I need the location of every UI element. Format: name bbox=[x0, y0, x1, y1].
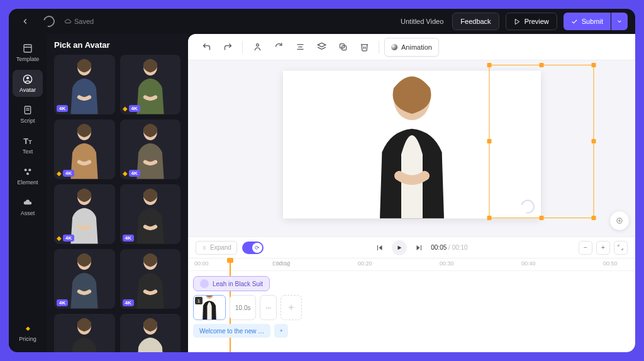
prev-button[interactable] bbox=[374, 242, 386, 253]
time-control-bar: Expand ⟳ 00:05 / 00:10 − + bbox=[188, 236, 635, 258]
svg-point-21 bbox=[256, 44, 258, 47]
align-button[interactable] bbox=[291, 38, 309, 57]
svg-marker-0 bbox=[515, 19, 519, 24]
play-button[interactable] bbox=[392, 240, 407, 255]
premium-badge: ◆4K bbox=[57, 235, 74, 242]
zoom-fab[interactable] bbox=[610, 211, 629, 230]
ruler[interactable]: 00:0000:1000:2000:3000:4000:50 bbox=[188, 258, 635, 271]
handle-e[interactable] bbox=[592, 139, 596, 143]
script-chip[interactable]: Welcome to the new … bbox=[193, 324, 270, 338]
svg-point-31 bbox=[617, 218, 622, 223]
avatar-card[interactable]: 4K bbox=[54, 55, 115, 114]
canvas-area[interactable] bbox=[188, 60, 635, 236]
layers-button[interactable] bbox=[312, 38, 331, 57]
preview-button[interactable]: Preview bbox=[506, 13, 557, 30]
avatar-card[interactable]: 4K bbox=[120, 184, 181, 244]
svg-point-4 bbox=[26, 77, 29, 79]
ruler-tick: 00:00 bbox=[194, 260, 209, 267]
feedback-button[interactable]: Feedback bbox=[452, 13, 499, 30]
quality-badge: 4K bbox=[129, 105, 140, 112]
avatar-card[interactable]: ◆4K bbox=[54, 119, 115, 179]
add-clip-button[interactable]: + bbox=[280, 295, 302, 320]
rail-template[interactable]: Template bbox=[13, 39, 43, 66]
zoom-controls: − + bbox=[579, 241, 628, 255]
diamond-icon: ◆ bbox=[57, 170, 62, 177]
quality-badge: 4K bbox=[57, 105, 68, 112]
submit-button[interactable]: Submit bbox=[564, 13, 611, 30]
time-readout: 00:05 / 00:10 bbox=[431, 244, 467, 251]
handle-sw[interactable] bbox=[487, 216, 492, 220]
animation-icon bbox=[391, 44, 397, 50]
avatar-icon bbox=[22, 74, 33, 85]
quality-badge: 4K bbox=[123, 299, 134, 306]
svg-point-32 bbox=[619, 220, 620, 221]
rail-text[interactable]: TT Text bbox=[13, 131, 43, 158]
undo-button[interactable] bbox=[197, 38, 216, 57]
loop-toggle[interactable]: ⟳ bbox=[242, 242, 264, 254]
target-icon bbox=[615, 216, 624, 225]
svg-marker-36 bbox=[417, 245, 420, 250]
avatar-card[interactable]: ◆4K bbox=[120, 119, 181, 179]
avatar-card[interactable]: 4K bbox=[120, 314, 181, 352]
zoom-out-button[interactable]: − bbox=[579, 241, 592, 255]
selection-box[interactable] bbox=[489, 65, 594, 218]
save-status-text: Saved bbox=[74, 18, 94, 25]
fit-button[interactable] bbox=[614, 241, 628, 255]
script-row: Welcome to the new … + bbox=[193, 324, 288, 338]
avatar-card[interactable]: 4K bbox=[120, 249, 181, 309]
back-button[interactable] bbox=[16, 13, 34, 30]
handle-se[interactable] bbox=[592, 216, 596, 220]
video-title[interactable]: Untitled Video bbox=[401, 18, 443, 25]
template-icon bbox=[22, 43, 33, 54]
handle-n[interactable] bbox=[539, 63, 543, 67]
cloud-icon bbox=[64, 18, 72, 25]
avatar-on-slide[interactable] bbox=[358, 69, 465, 219]
toggle-knob: ⟳ bbox=[252, 243, 262, 253]
rail-avatar[interactable]: Avatar bbox=[13, 70, 43, 97]
save-status: Saved bbox=[64, 18, 94, 25]
avatar-card[interactable]: ◆4K bbox=[54, 184, 115, 244]
add-script-button[interactable]: + bbox=[274, 324, 288, 338]
duration-chip[interactable]: 10.0s bbox=[230, 295, 256, 320]
next-button[interactable] bbox=[413, 242, 425, 253]
ruler-tick: 00:50 bbox=[603, 260, 618, 267]
handle-nw[interactable] bbox=[487, 63, 492, 67]
handle-s[interactable] bbox=[539, 216, 543, 220]
copy-button[interactable] bbox=[333, 38, 352, 57]
diamond-icon: ◆ bbox=[123, 170, 128, 177]
person-button[interactable] bbox=[248, 38, 267, 57]
rail-asset[interactable]: Asset bbox=[13, 193, 43, 220]
app-logo[interactable] bbox=[40, 13, 58, 30]
clip-thumbnail[interactable]: 1 bbox=[193, 295, 226, 320]
avatar-card[interactable]: 4K bbox=[54, 249, 115, 309]
play-icon bbox=[514, 18, 521, 25]
avatar-panel: Pick an Avatar 4K ◆4K ◆4K bbox=[47, 34, 188, 352]
avatar-card[interactable]: ◆4K bbox=[120, 55, 181, 114]
animation-button[interactable]: Animation bbox=[384, 38, 439, 57]
quality-badge: 4K bbox=[123, 235, 134, 242]
rail-pricing[interactable]: ◆ Pricing bbox=[13, 319, 43, 346]
reload-button[interactable] bbox=[269, 38, 288, 57]
handle-ne[interactable] bbox=[592, 63, 596, 67]
top-bar: Saved Untitled Video Feedback Preview Su… bbox=[9, 9, 635, 34]
svg-point-10 bbox=[26, 172, 29, 175]
clip-more-button[interactable]: ··· bbox=[260, 295, 276, 320]
timeline[interactable]: 00:0000:1000:2000:3000:4000:50 Ending Le… bbox=[188, 258, 635, 352]
redo-button[interactable] bbox=[218, 38, 237, 57]
svg-point-8 bbox=[25, 169, 27, 171]
rail-element[interactable]: Element bbox=[13, 162, 43, 189]
premium-badge: ◆4K bbox=[57, 170, 74, 177]
selection-chip[interactable]: Leah in Black Suit bbox=[193, 276, 270, 291]
zoom-in-button[interactable]: + bbox=[596, 241, 610, 255]
submit-dropdown[interactable] bbox=[611, 13, 628, 30]
avatar-card[interactable]: 4K bbox=[54, 314, 115, 352]
delete-button[interactable] bbox=[355, 38, 374, 57]
left-rail: Template Avatar Script TT Text Element A… bbox=[9, 34, 47, 352]
premium-badge: ◆4K bbox=[123, 170, 140, 177]
main-row: Template Avatar Script TT Text Element A… bbox=[9, 34, 635, 352]
svg-marker-25 bbox=[318, 43, 326, 47]
expand-button[interactable]: Expand bbox=[196, 241, 237, 255]
app-window: Saved Untitled Video Feedback Preview Su… bbox=[9, 9, 635, 352]
handle-w[interactable] bbox=[487, 139, 492, 143]
rail-script[interactable]: Script bbox=[13, 101, 43, 128]
